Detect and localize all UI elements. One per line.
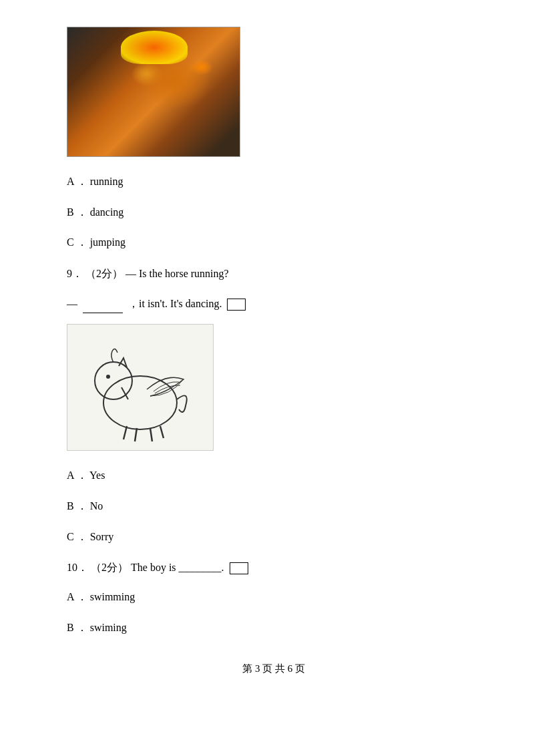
- q8-option-a-label: A: [67, 176, 74, 187]
- horse-image: [67, 324, 214, 451]
- svg-line-5: [150, 428, 152, 441]
- q10-answer-box: [230, 562, 248, 574]
- svg-line-3: [123, 426, 127, 439]
- q9-option-a: A ． Yes: [67, 467, 481, 484]
- svg-line-4: [135, 428, 137, 441]
- q9-number: 9．: [67, 268, 83, 279]
- q9-option-b: B ． No: [67, 498, 481, 515]
- q9-option-b-text: No: [90, 500, 103, 512]
- q8-option-a: A ． running: [67, 173, 481, 190]
- q9-option-a-text: Yes: [89, 469, 105, 481]
- q9-answer-box: [227, 299, 246, 311]
- q9-text: — Is the horse running?: [125, 268, 229, 279]
- page-footer-text: 第 3 页 共 6 页: [242, 663, 305, 674]
- q10-option-a-text: swimming: [90, 591, 136, 602]
- q9-blank: [83, 313, 123, 313]
- q10-option-a-label: A: [67, 591, 74, 602]
- horse-drawing-content: [67, 325, 213, 450]
- q10-prompt: 10． （2分） The boy is ________.: [67, 558, 481, 578]
- page-footer: 第 3 页 共 6 页: [67, 663, 481, 675]
- q8-option-b-text: dancing: [90, 206, 124, 218]
- svg-line-6: [160, 426, 164, 438]
- q9-option-c: C ． Sorry: [67, 528, 481, 546]
- q10-text: The boy is ________.: [131, 562, 224, 573]
- q9-option-b-label: B: [67, 500, 74, 512]
- q8-option-a-text: running: [90, 176, 123, 187]
- q10-option-b: B ． swiming: [67, 619, 481, 636]
- q8-option-b-label: B: [67, 206, 74, 218]
- q10-option-b-text: swiming: [90, 622, 127, 633]
- svg-point-2: [106, 375, 110, 379]
- q8-option-c: C ． jumping: [67, 234, 481, 251]
- q8-option-c-text: jumping: [90, 236, 125, 248]
- horse-svg: [80, 333, 200, 443]
- q8-option-b: B ． dancing: [67, 204, 481, 221]
- q10-option-a: A ． swimming: [67, 588, 481, 606]
- q10-number: 10．: [67, 562, 88, 573]
- q9-answer-line: — ，it isn't. It's dancing.: [67, 295, 481, 314]
- q9-option-c-text: Sorry: [90, 531, 114, 542]
- svg-point-1: [95, 362, 132, 399]
- q9-prompt: 9． （2分） — Is the horse running?: [67, 264, 481, 284]
- q8-option-c-label: C: [67, 236, 74, 248]
- tiger-image: [67, 27, 240, 157]
- q10-points: （2分）: [91, 562, 128, 573]
- q9-points: （2分）: [85, 268, 123, 279]
- q9-option-c-label: C: [67, 531, 74, 542]
- q9-option-a-label: A: [67, 469, 74, 481]
- q10-option-b-label: B: [67, 622, 74, 633]
